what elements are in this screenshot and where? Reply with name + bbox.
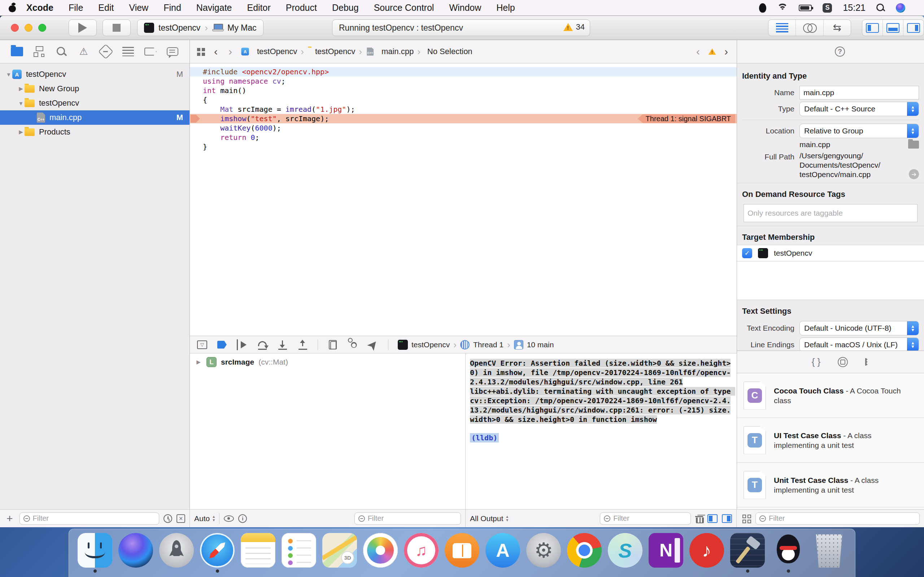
variables-view[interactable]: ▶ L srcImage (cv::Mat) — [190, 353, 465, 509]
tree-row-new-group[interactable]: ▶ New Group — [0, 82, 189, 96]
menu-debug[interactable]: Debug — [325, 0, 366, 16]
disclosure-triangle-icon[interactable]: ▼ — [17, 100, 24, 106]
code-line-3[interactable]: int main() — [190, 86, 737, 95]
navigator-filter-input[interactable] — [33, 514, 155, 522]
tree-row-products[interactable]: ▶ Products — [0, 125, 189, 139]
dock-app-finder[interactable] — [78, 533, 112, 573]
library-item-cocoa-touch-class[interactable]: C Cocoa Touch Class - A Cocoa Touch clas… — [737, 373, 924, 418]
print-description-icon[interactable]: i — [238, 514, 247, 523]
show-console-only-button[interactable] — [722, 514, 732, 523]
menu-source-control[interactable]: Source Control — [366, 0, 442, 16]
stop-button[interactable] — [102, 19, 131, 36]
view-hierarchy-button[interactable] — [327, 339, 338, 350]
zoom-window-button[interactable] — [38, 24, 46, 32]
next-issue-button[interactable]: › — [722, 45, 731, 58]
hide-debug-area-button[interactable]: ▽ — [197, 340, 207, 349]
quick-look-icon[interactable] — [224, 515, 234, 522]
dock-app-chrome[interactable] — [567, 533, 602, 567]
minimize-window-button[interactable] — [24, 24, 32, 32]
tree-row-testopencv[interactable]: ▼A testOpencv M — [0, 67, 189, 82]
code-line-2[interactable]: using namespace cv; — [190, 76, 737, 86]
menu-file[interactable]: File — [61, 0, 90, 16]
breadcrumb-item[interactable]: No Selection — [424, 47, 472, 56]
code-line-4[interactable]: { — [190, 95, 737, 105]
code-line-1[interactable]: #include <opencv2/opencv.hpp> — [190, 67, 737, 76]
siri-icon[interactable] — [896, 3, 905, 13]
library-filter-input[interactable] — [769, 514, 916, 522]
text-encoding-dropdown[interactable]: Default - Unicode (UTF-8) ▲▼ — [800, 321, 919, 335]
lldb-prompt[interactable]: (lldb) — [470, 433, 499, 443]
continue-button[interactable] — [237, 339, 247, 350]
name-field[interactable] — [803, 89, 915, 97]
find-navigator-tab[interactable] — [55, 45, 68, 58]
source-control-filter-icon[interactable]: ✕ — [176, 514, 185, 523]
activity-viewer[interactable]: Running testOpencv : testOpencv ! 34 — [332, 19, 590, 36]
symbol-navigator-tab[interactable] — [33, 45, 45, 58]
target-membership-row[interactable]: ✓ testOpencv — [737, 245, 924, 261]
tree-row-testopencv[interactable]: ▼ testOpencv — [0, 96, 189, 110]
issue-warning-icon[interactable]: ! — [708, 48, 716, 56]
apple-menu-icon[interactable] — [9, 3, 16, 13]
breadcrumb-item[interactable]: AtestOpencv — [240, 47, 297, 56]
dock-app-qq[interactable] — [771, 533, 806, 573]
type-dropdown[interactable]: Default - C++ Source ▲▼ — [800, 102, 919, 116]
navigator-filter-field[interactable] — [19, 513, 159, 525]
reveal-arrow-icon[interactable]: ➔ — [909, 169, 919, 179]
memory-graph-button[interactable] — [347, 339, 359, 350]
dock-app-swirl[interactable]: S — [608, 533, 643, 567]
dock-app-ibooks[interactable] — [445, 533, 479, 567]
line-endings-dropdown[interactable]: Default - macOS / Unix (LF) ▲▼ — [800, 338, 919, 351]
project-navigator-tab[interactable] — [11, 45, 23, 58]
toggle-inspector-button[interactable] — [903, 20, 924, 36]
object-library-tab[interactable] — [838, 357, 848, 367]
library-item-ui-test-case-class[interactable]: T UI Test Case Class - A class implement… — [737, 418, 924, 463]
window-controls[interactable] — [11, 24, 46, 32]
clear-console-icon[interactable] — [695, 514, 703, 523]
wifi-icon[interactable] — [777, 3, 788, 12]
debug-navigator-tab[interactable] — [122, 45, 134, 58]
breakpoint-navigator-tab[interactable] — [144, 45, 157, 58]
go-back-button[interactable]: ‹ — [211, 45, 221, 58]
code-line-8[interactable]: return 0; — [190, 133, 737, 142]
library-window-icon[interactable] — [743, 515, 746, 518]
library-item-unit-test-case-class[interactable]: T Unit Test Case Class - A class impleme… — [737, 463, 924, 508]
previous-issue-button[interactable]: ‹ — [693, 45, 703, 58]
dock-app-itunes[interactable]: ♫ — [404, 533, 439, 567]
run-button[interactable] — [69, 19, 97, 36]
library-filter-field[interactable] — [756, 513, 920, 525]
menu-view[interactable]: View — [121, 0, 156, 16]
code-line-5[interactable]: Mat srcImage = imread("1.jpg"); — [190, 105, 737, 114]
dock-app-netease[interactable]: ♪ — [690, 533, 724, 567]
dock-app-sysprefs[interactable]: ⚙ — [526, 533, 561, 567]
menu-product[interactable]: Product — [278, 0, 325, 16]
toggle-debug-area-button[interactable] — [883, 20, 903, 36]
menu-xcode[interactable]: Xcode — [19, 0, 61, 16]
disclosure-triangle-icon[interactable]: ▼ — [5, 71, 12, 77]
menu-help[interactable]: Help — [489, 0, 522, 16]
debug-console[interactable]: OpenCV Error: Assertion failed (size.wid… — [465, 353, 737, 509]
location-dropdown[interactable]: Relative to Group ▲▼ — [800, 124, 919, 138]
step-out-button[interactable] — [297, 339, 308, 350]
standard-editor-button[interactable] — [769, 20, 796, 36]
dock-app-xcode[interactable] — [730, 533, 765, 573]
shadowsocks-icon[interactable] — [822, 3, 832, 13]
add-file-button[interactable]: + — [4, 513, 15, 524]
menu-navigate[interactable]: Navigate — [189, 0, 240, 16]
console-filter-field[interactable] — [600, 513, 691, 525]
related-items-icon[interactable] — [197, 48, 200, 51]
issue-navigator-tab[interactable]: ⚠ — [78, 45, 90, 58]
dock-app-siri[interactable] — [118, 533, 153, 567]
recent-files-filter-icon[interactable] — [163, 514, 172, 523]
checkbox-checked-icon[interactable]: ✓ — [742, 248, 752, 258]
source-editor[interactable]: #include <opencv2/opencv.hpp>using names… — [190, 63, 737, 336]
dock-app-reminders[interactable] — [281, 533, 316, 567]
media-library-tab[interactable] — [865, 359, 867, 365]
scheme-selector[interactable]: testOpencv › My Mac — [137, 19, 263, 36]
code-line-7[interactable]: waitKey(6000); — [190, 123, 737, 133]
assistant-editor-button[interactable] — [796, 20, 823, 36]
report-navigator-tab[interactable] — [166, 45, 179, 58]
code-line-6[interactable]: imshow("test", srcImage);Thread 1: signa… — [190, 114, 737, 123]
variables-filter-field[interactable] — [354, 513, 461, 525]
code-line-9[interactable]: } — [190, 142, 737, 152]
dock-app-safari[interactable] — [200, 533, 234, 573]
